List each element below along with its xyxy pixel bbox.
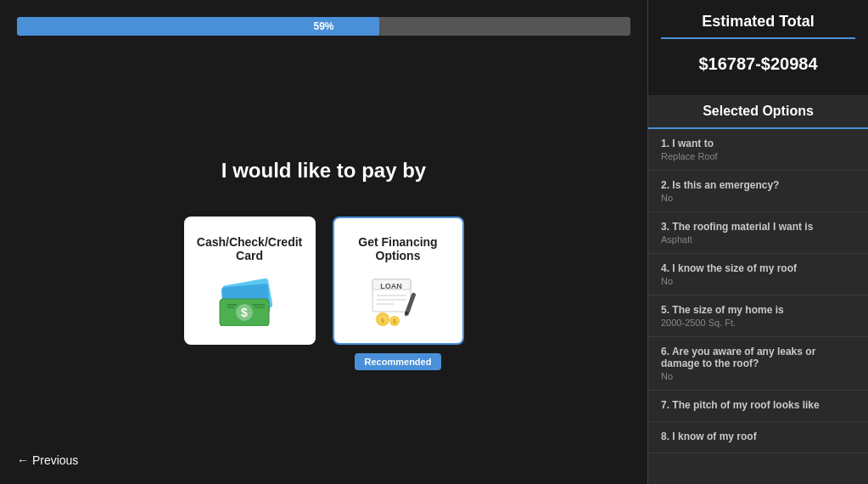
financing-option-card[interactable]: Get Financing Options LOAN [333,217,464,345]
left-panel: 59% I would like to pay by Cash/Check/Cr… [0,0,647,484]
list-item: 3. The roofing material I want isAsphalt [648,212,868,254]
option-answer: Asphalt [661,234,855,245]
option-question: 8. I know of my roof [661,431,855,442]
list-item: 4. I know the size of my roofNo [648,254,868,295]
right-panel: Estimated Total $16787-$20984 Selected O… [647,0,868,484]
estimated-total-header: Estimated Total $16787-$20984 [648,0,868,95]
option-question: 1. I want to [661,138,855,149]
content-area: I would like to pay by Cash/Check/Credit… [17,61,630,467]
svg-text:$: $ [381,316,385,324]
svg-text:LOAN: LOAN [380,282,402,290]
option-question: 6. Are you aware of any leaks or damage … [661,346,855,369]
cash-option-label: Cash/Check/Credit Card [197,235,302,262]
option-question: 2. Is this an emergency? [661,179,855,191]
question-title: I would like to pay by [221,159,426,183]
estimated-total-title: Estimated Total [661,13,855,31]
list-item: 6. Are you aware of any leaks or damage … [648,337,868,391]
financing-option-wrapper: Get Financing Options LOAN [333,217,464,370]
recommended-badge: Recommended [355,353,442,370]
cash-option-card[interactable]: Cash/Check/Credit Card [184,217,316,345]
list-item: 1. I want toReplace Roof [648,129,868,171]
estimated-total-value: $16787-$20984 [661,46,855,82]
prev-button[interactable]: ← Previous [17,453,78,467]
option-answer: No [661,276,855,286]
cash-icon-svg: $ [216,275,283,326]
progress-bar: 59% [17,17,630,36]
option-answer: No [661,371,855,381]
loan-icon-svg: LOAN $ [364,275,432,326]
list-item: 8. I know of my roof [648,422,868,453]
list-item: 5. The size of my home is2000-2500 Sq. F… [648,295,868,337]
selected-options-header: Selected Options [648,95,868,129]
option-question: 3. The roofing material I want is [661,221,855,233]
loan-icon: LOAN $ [364,275,432,326]
options-list[interactable]: 1. I want toReplace Roof2. Is this an em… [648,129,868,484]
svg-text:$: $ [393,318,396,325]
main-layout: 59% I would like to pay by Cash/Check/Cr… [0,0,868,484]
list-item: 7. The pitch of my roof looks like [648,391,868,422]
option-answer: 2000-2500 Sq. Ft. [661,318,855,328]
financing-option-label: Get Financing Options [351,235,445,262]
option-question: 7. The pitch of my roof looks like [661,399,855,411]
option-question: 5. The size of my home is [661,304,855,316]
option-answer: No [661,193,855,203]
list-item: 2. Is this an emergency?No [648,171,868,212]
progress-label: 59% [313,20,333,32]
svg-text:$: $ [241,306,248,319]
cash-option-wrapper: Cash/Check/Credit Card [184,217,316,345]
option-question: 4. I know the size of my roof [661,262,855,274]
option-answer: Replace Roof [661,151,855,161]
options-row: Cash/Check/Credit Card [184,217,464,370]
cash-icon: $ [216,275,283,326]
estimated-total-divider [661,37,855,39]
